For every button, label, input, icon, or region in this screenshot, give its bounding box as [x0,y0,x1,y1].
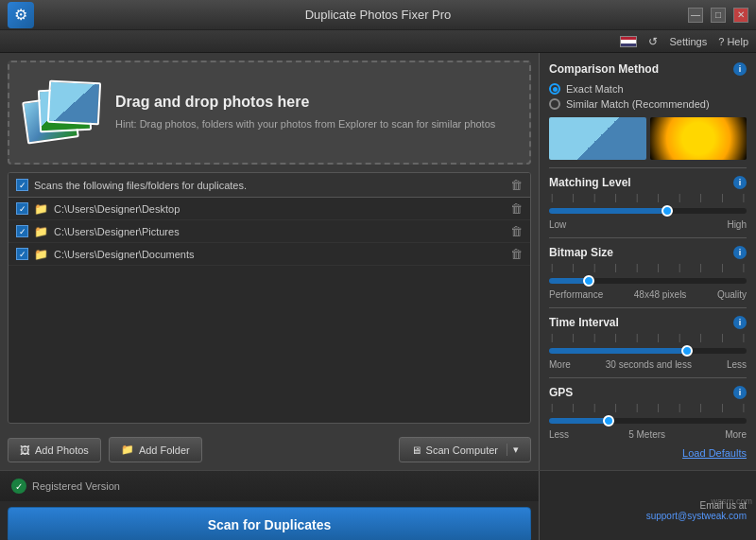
comparison-image-1 [549,117,646,160]
time-interval-labels: More 30 seconds and less Less [549,359,747,370]
comparison-image-2 [650,117,747,160]
comparison-method-title: Comparison Method i [549,62,747,76]
delete-folder-0[interactable]: 🗑 [510,201,523,216]
select-all-checkbox[interactable] [16,179,28,191]
gps-fill [549,418,609,424]
help-menu[interactable]: ? Help [718,36,748,47]
status-left: ✓ Registered Version [11,479,120,494]
status-text: Registered Version [32,480,120,492]
folder-list-header-left: Scans the following files/folders for du… [16,179,247,191]
time-interval-section: Time Interval i |||||||||| More 30 secon… [549,316,747,370]
time-interval-less: Less [727,359,747,370]
time-interval-thumb[interactable] [681,345,693,357]
matching-level-fill [549,208,667,214]
comparison-info-icon[interactable]: i [733,62,747,76]
gps-labels: Less 5 Meters More [549,429,747,440]
drop-heading: Drag and drop photos here [115,94,495,111]
settings-menu[interactable]: Settings [669,36,707,47]
title-bar-left: ⚙ [8,2,34,28]
matching-level-section: Matching Level i |||||||||| Low High [549,176,747,230]
gps-more: More [725,429,747,440]
similar-match-dot [549,98,560,110]
minimize-button[interactable]: — [688,8,703,23]
scan-computer-label: Scan Computer [426,444,498,456]
divider-2 [549,237,747,238]
right-panel: Comparison Method i Exact Match Similar … [539,53,756,470]
divider-3 [549,307,747,308]
add-folder-icon: 📁 [121,444,134,456]
scan-bar: Scan for Duplicates [0,501,539,540]
delete-all-icon[interactable]: 🗑 [510,178,523,192]
add-photos-label: Add Photos [35,444,89,456]
add-photos-button[interactable]: 🖼 Add Photos [8,438,101,462]
exact-match-radio[interactable]: Exact Match [549,83,747,95]
time-interval-center: 30 seconds and less [606,359,692,370]
similar-match-radio[interactable]: Similar Match (Recommended) [549,98,747,110]
matching-level-high: High [727,219,747,230]
delete-folder-1[interactable]: 🗑 [510,224,523,238]
app-logo: ⚙ [8,2,34,28]
comparison-images [549,117,747,160]
divider-4 [549,377,747,378]
bitmap-size-title: Bitmap Size i [549,246,747,259]
gps-thumb[interactable] [603,415,614,427]
bitmap-size-section: Bitmap Size i |||||||||| Performance 48x… [549,246,747,300]
refresh-icon: ↺ [648,35,658,48]
gps-center: 5 Meters [628,429,665,440]
folder-checkbox-2[interactable] [16,248,28,260]
matching-level-title: Matching Level i [549,176,747,189]
folder-item: 📁 C:\Users\Designer\Pictures 🗑 [9,220,530,243]
title-bar-controls: — □ ✕ [688,8,748,23]
folder-path-0: C:\Users\Designer\Desktop [54,203,180,215]
flag-icon [620,36,637,47]
photo-stack [25,79,100,146]
bitmap-size-thumb[interactable] [583,275,594,287]
close-button[interactable]: ✕ [733,8,748,23]
bitmap-size-labels: Performance 48x48 pixels Quality [549,289,747,300]
bottom-buttons: 🖼 Add Photos 📁 Add Folder 🖥 Scan Compute… [8,431,531,462]
status-bar: ✓ Registered Version [0,471,539,501]
add-folder-button[interactable]: 📁 Add Folder [109,437,202,462]
matching-level-info-icon[interactable]: i [733,176,747,189]
app-title: Duplicate Photos Fixer Pro [305,8,452,22]
bitmap-size-track[interactable] [549,278,747,284]
photo-card-3 [47,80,101,126]
bitmap-size-center: 48x48 pixels [634,289,687,300]
bitmap-size-performance: Performance [549,289,603,300]
gps-info-icon[interactable]: i [733,386,747,399]
folder-item: 📁 C:\Users\Designer\Documents 🗑 [9,243,530,266]
time-interval-info-icon[interactable]: i [733,316,747,329]
left-panel: Drag and drop photos here Hint: Drag pho… [0,53,539,470]
maximize-button[interactable]: □ [711,8,726,23]
folder-path-2: C:\Users\Designer\Documents [54,249,195,260]
divider-1 [549,167,747,168]
matching-level-thumb[interactable] [662,205,673,217]
delete-folder-2[interactable]: 🗑 [510,247,523,261]
scan-duplicates-label: Scan for Duplicates [208,517,332,532]
comparison-radio-group: Exact Match Similar Match (Recommended) [549,83,747,110]
drop-zone[interactable]: Drag and drop photos here Hint: Drag pho… [8,61,531,165]
gps-less: Less [549,429,569,440]
footer-email-address[interactable]: support@systweak.com [549,511,747,521]
drop-text: Drag and drop photos here Hint: Drag pho… [115,94,495,132]
drop-hint: Hint: Drag photos, folders with your pho… [115,116,495,132]
scan-computer-dropdown-arrow[interactable]: ▾ [507,444,519,456]
gps-track[interactable] [549,418,747,424]
scan-computer-button[interactable]: 🖥 Scan Computer ▾ [399,437,531,462]
time-interval-more: More [549,359,571,370]
matching-level-track[interactable] [549,208,747,214]
folder-item: 📁 C:\Users\Designer\Desktop 🗑 [9,198,530,220]
load-defaults-link[interactable]: Load Defaults [549,447,747,459]
folder-list-label: Scans the following files/folders for du… [34,180,247,191]
time-interval-track[interactable] [549,348,747,354]
folder-checkbox-0[interactable] [16,202,28,215]
scan-duplicates-button[interactable]: Scan for Duplicates [8,507,531,540]
matching-level-low: Low [549,219,566,230]
time-interval-title: Time Interval i [549,316,747,329]
exact-match-label: Exact Match [566,83,624,95]
bitmap-size-info-icon[interactable]: i [733,246,747,259]
folder-checkbox-1[interactable] [16,225,28,237]
watermark: wasrn.com [711,496,752,506]
time-interval-fill [549,348,687,354]
gps-title: GPS i [549,386,747,399]
